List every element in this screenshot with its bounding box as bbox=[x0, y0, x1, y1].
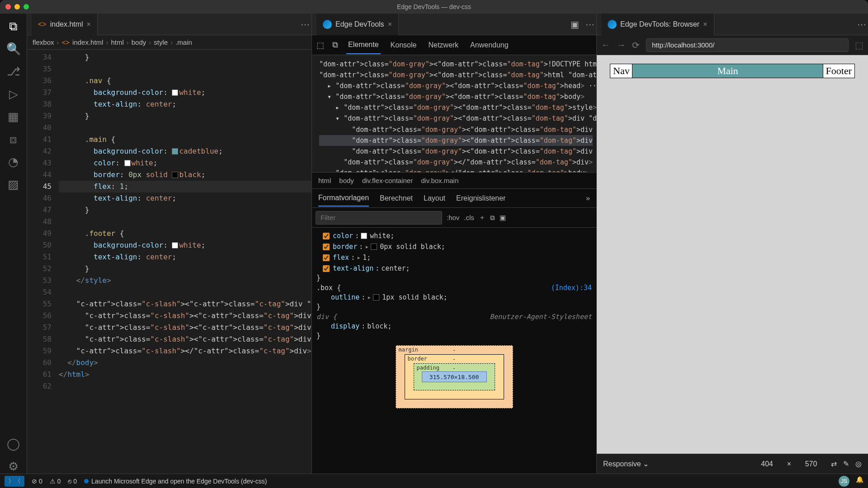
edge-icon[interactable]: ◔ bbox=[6, 155, 21, 169]
responsive-height-input[interactable] bbox=[797, 460, 825, 469]
maximize-window-icon[interactable] bbox=[24, 4, 29, 9]
crumb[interactable]: body bbox=[132, 38, 146, 46]
rotate-icon[interactable]: ⇄ bbox=[831, 460, 837, 468]
responsive-width-input[interactable] bbox=[754, 460, 781, 469]
more-actions-icon[interactable]: ⋯ bbox=[301, 19, 310, 30]
devtools-tab-application[interactable]: Anwendung bbox=[468, 37, 510, 54]
devtools-toolbar: ⬚ ⧉ Elemente Konsole Netzwerk Anwendung bbox=[312, 35, 596, 55]
devtools-tab-console[interactable]: Konsole bbox=[389, 37, 419, 54]
notifications-icon[interactable]: 🔔 bbox=[856, 476, 863, 487]
html-file-icon: <> bbox=[62, 38, 70, 46]
ports-count[interactable]: ⎋ 0 bbox=[68, 478, 77, 485]
rendered-page: Nav Main Footer bbox=[610, 64, 854, 78]
tab-label: Edge DevTools bbox=[335, 20, 384, 28]
debug-icon[interactable]: ▷ bbox=[6, 87, 21, 101]
device-toggle-icon[interactable]: ⧉ bbox=[332, 40, 338, 50]
launch-edge-button[interactable]: Launch Microsoft Edge and open the Edge … bbox=[84, 478, 267, 485]
crumb[interactable]: html bbox=[111, 38, 123, 46]
styles-tabs: Formatvorlagen Berechnet Layout Ereignis… bbox=[312, 189, 596, 208]
inspect-element-icon[interactable]: ⬚ bbox=[316, 40, 324, 50]
scm-icon[interactable]: ⎇ bbox=[6, 64, 21, 79]
styles-filter-bar: :hov .cls ＋ ⧉ ▣ bbox=[312, 208, 596, 228]
toggle-property[interactable] bbox=[323, 233, 330, 239]
styles-tab-listeners[interactable]: Ereignislistener bbox=[456, 191, 505, 206]
window-controls[interactable] bbox=[5, 4, 29, 9]
target-icon[interactable]: ◎ bbox=[855, 460, 862, 468]
devtools-tab-elements[interactable]: Elemente bbox=[346, 36, 381, 54]
new-rule-icon[interactable]: ＋ bbox=[479, 213, 486, 222]
tab-edge-browser[interactable]: Edge DevTools: Browser × bbox=[601, 14, 714, 35]
remote-icon[interactable]: ⧈ bbox=[6, 132, 21, 146]
titlebar: Edge DevTools — dev-css bbox=[0, 0, 868, 14]
pipette-icon[interactable]: ✎ bbox=[843, 460, 849, 468]
toggle-property[interactable] bbox=[323, 265, 330, 272]
browser-toolbar: ← → ⟳ http://localhost:3000/ ⬚ bbox=[597, 35, 868, 55]
code-editor[interactable]: 3435363738394041424344454647484950515253… bbox=[27, 50, 311, 474]
inspect-icon[interactable]: ⬚ bbox=[855, 40, 863, 51]
edge-logo-icon bbox=[608, 20, 617, 29]
styles-tab-styles[interactable]: Formatvorlagen bbox=[318, 190, 369, 206]
url-input[interactable]: http://localhost:3000/ bbox=[646, 38, 849, 52]
dom-tree[interactable]: "dom-attr">class="dom-gray"><"dom-attr">… bbox=[312, 55, 596, 173]
crumb[interactable]: style bbox=[154, 38, 168, 46]
html-file-icon: <> bbox=[38, 20, 47, 28]
activity-bar: ⧉ 🔍 ⎇ ▷ ▦ ⧈ ◔ ▨ ◯ ⚙ bbox=[0, 14, 27, 474]
breadcrumb[interactable]: flexbox› <> index.html› html› body› styl… bbox=[27, 35, 311, 50]
toggle-property[interactable] bbox=[323, 244, 330, 250]
styles-filter-input[interactable] bbox=[316, 211, 442, 225]
close-tab-icon[interactable]: × bbox=[703, 20, 707, 28]
browser-column: Edge DevTools: Browser × ⋯ ← → ⟳ http://… bbox=[597, 14, 868, 474]
styles-panel[interactable]: color: white;border: ▸ 0px solid black;f… bbox=[312, 228, 596, 474]
minimize-window-icon[interactable] bbox=[14, 4, 20, 9]
crumb[interactable]: div.box.main bbox=[421, 177, 458, 184]
url-text: http://localhost:3000/ bbox=[652, 41, 714, 49]
dom-breadcrumb[interactable]: html body div.flex-container div.box.mai… bbox=[312, 173, 596, 189]
live-server-badge[interactable]: JS bbox=[839, 476, 849, 487]
crumb[interactable]: index.html bbox=[72, 38, 103, 46]
crumb[interactable]: flexbox bbox=[33, 38, 54, 46]
more-actions-icon[interactable]: ⋯ bbox=[585, 19, 594, 30]
responsive-bar: Responsive ⌄ × ⇄ ✎ ◎ bbox=[597, 454, 868, 474]
rendered-nav: Nav bbox=[610, 64, 632, 78]
browser-tabs: Edge DevTools: Browser × ⋯ bbox=[597, 14, 868, 35]
close-tab-icon[interactable]: × bbox=[87, 20, 91, 28]
toggle-panel-icon[interactable]: ▣ bbox=[500, 214, 506, 222]
close-window-icon[interactable] bbox=[5, 4, 11, 9]
search-icon[interactable]: 🔍 bbox=[6, 42, 21, 56]
forward-icon[interactable]: → bbox=[617, 40, 626, 50]
remote-button[interactable]: 〉〈 bbox=[5, 476, 24, 487]
crumb[interactable]: body bbox=[339, 177, 354, 184]
edge-logo-icon bbox=[323, 20, 332, 29]
devtools-tabs: Edge DevTools × ▣ ⋯ bbox=[312, 14, 596, 35]
extensions-icon[interactable]: ▦ bbox=[6, 109, 21, 124]
split-icon[interactable]: ▣ bbox=[571, 19, 579, 30]
styles-tab-computed[interactable]: Berechnet bbox=[380, 191, 413, 206]
azure-icon[interactable]: ▨ bbox=[6, 177, 21, 192]
settings-gear-icon[interactable]: ⚙ bbox=[6, 459, 21, 474]
account-icon[interactable]: ◯ bbox=[6, 436, 21, 451]
back-icon[interactable]: ← bbox=[601, 40, 610, 50]
tab-edge-devtools[interactable]: Edge DevTools × bbox=[316, 14, 399, 35]
close-tab-icon[interactable]: × bbox=[388, 20, 392, 28]
rendered-main: Main bbox=[632, 64, 823, 78]
explorer-icon[interactable]: ⧉ bbox=[6, 19, 21, 33]
more-actions-icon[interactable]: ⋯ bbox=[857, 19, 866, 30]
tab-label: index.html bbox=[50, 20, 83, 28]
more-styles-tabs-icon[interactable]: » bbox=[586, 194, 590, 202]
toggle-property[interactable] bbox=[323, 254, 330, 261]
styles-tab-layout[interactable]: Layout bbox=[424, 191, 445, 206]
tab-index-html[interactable]: <> index.html × bbox=[32, 14, 98, 35]
window-title: Edge DevTools — dev-css bbox=[397, 3, 471, 10]
cls-button[interactable]: .cls bbox=[464, 214, 474, 221]
hov-button[interactable]: :hov bbox=[447, 214, 459, 221]
warnings-count[interactable]: ⚠ 0 bbox=[50, 478, 61, 485]
devtools-tab-network[interactable]: Netzwerk bbox=[426, 37, 460, 54]
crumb[interactable]: div.flex-container bbox=[362, 177, 413, 184]
crumb[interactable]: html bbox=[318, 177, 331, 184]
workspace: ⧉ 🔍 ⎇ ▷ ▦ ⧈ ◔ ▨ ◯ ⚙ <> index.html × ⋯ fl… bbox=[0, 14, 868, 474]
responsive-label[interactable]: Responsive ⌄ bbox=[603, 460, 649, 468]
crumb[interactable]: .main bbox=[175, 38, 192, 46]
reload-icon[interactable]: ⟳ bbox=[632, 40, 640, 51]
device-icon[interactable]: ⧉ bbox=[490, 214, 495, 222]
errors-count[interactable]: ⊘ 0 bbox=[32, 478, 42, 485]
